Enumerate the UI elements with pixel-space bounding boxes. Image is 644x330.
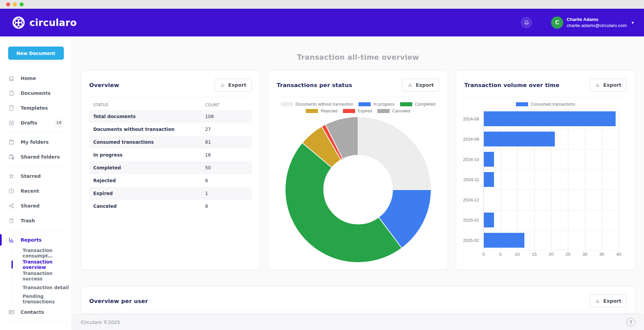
legend-swatch [281, 102, 293, 106]
export-button-per-user[interactable]: Export [590, 295, 627, 307]
divider [5, 230, 66, 230]
gridline [484, 250, 619, 250]
new-document-button[interactable]: New Document [8, 47, 64, 60]
sidebar-item-drafts[interactable]: Drafts 10 [0, 115, 72, 130]
export-button-overview[interactable]: Export [215, 79, 252, 91]
gridline [484, 210, 619, 210]
drafts-badge: 10 [54, 120, 64, 126]
table-row: Consumed transactions81 [89, 136, 252, 148]
export-button-per-status[interactable]: Export [402, 79, 439, 91]
row-count: 1 [201, 187, 252, 200]
download-icon [220, 83, 225, 88]
sidebar: New Document Home Documents Templates [0, 36, 72, 330]
bar-chart: 05101520253035402024-082024-092024-10202… [484, 109, 619, 250]
sidebar-subitem-transaction-success[interactable]: Transaction success [13, 270, 72, 282]
row-count: 108 [201, 110, 252, 123]
legend-item: Expired [343, 109, 372, 113]
gridline [484, 169, 619, 170]
sidebar-item-home[interactable]: Home [0, 71, 72, 86]
notifications-button[interactable] [521, 17, 532, 28]
overview-per-user-card: Overview per user Export [81, 286, 635, 314]
sidebar-subitem-transaction-detail[interactable]: Transaction detail [13, 282, 72, 293]
bar-category-label: 2024-12 [456, 190, 479, 210]
divider [277, 97, 439, 97]
minimize-window-button[interactable] [13, 2, 17, 6]
x-axis-tick: 10 [515, 252, 520, 257]
legend-swatch [400, 102, 412, 106]
sidebar-item-starred[interactable]: Starred [0, 169, 72, 184]
gridline [534, 109, 535, 250]
circularo-logo-icon [12, 16, 25, 29]
avatar: C [551, 17, 563, 29]
bell-icon [523, 20, 530, 26]
card-title: Overview [89, 82, 119, 88]
bar-2025-01 [484, 213, 494, 227]
bar-category-label: 2024-09 [456, 129, 479, 149]
row-status: Completed [89, 161, 201, 174]
download-icon [595, 83, 600, 88]
bar-category-label: 2025-02 [456, 230, 479, 250]
sidebar-item-trash[interactable]: Trash [0, 213, 72, 228]
close-window-button[interactable] [6, 2, 10, 6]
help-button[interactable]: ? [626, 318, 635, 327]
divider [89, 97, 252, 97]
row-count: 6 [201, 174, 252, 187]
export-button-volume[interactable]: Export [590, 79, 627, 91]
sidebar-subitem-transaction-overview[interactable]: Transaction overview [13, 259, 72, 270]
gridline [568, 109, 568, 250]
sidebar-subitem-transaction-consumption[interactable]: Transaction consumpt… [13, 247, 72, 259]
shared-folder-icon [8, 154, 15, 160]
app-header: circularo C Charlie Adams charlie.adams@… [0, 9, 644, 36]
legend-item: Canceled [377, 109, 410, 113]
brand[interactable]: circularo [12, 16, 77, 29]
bar-2024-08 [484, 111, 616, 126]
sidebar-item-shared-folders[interactable]: Shared folders [0, 149, 72, 164]
row-count: 16 [201, 148, 252, 161]
fullscreen-window-button[interactable] [20, 2, 24, 6]
sidebar-item-documents[interactable]: Documents [0, 86, 72, 101]
bar-legend: Consumed transactions [460, 102, 631, 107]
x-axis-tick: 0 [482, 252, 485, 257]
clock-icon [8, 188, 15, 194]
gridline [551, 109, 551, 250]
legend-item: Documents without transaction [281, 102, 353, 107]
table-row: Rejected6 [89, 174, 252, 187]
donut-legend-row-2: RejectedExpiredCanceled [272, 109, 444, 113]
user-menu[interactable]: C Charlie Adams charlie.adams@circularo.… [551, 17, 635, 29]
divider [5, 166, 66, 167]
gridline [484, 230, 619, 230]
sidebar-subitem-pending-transactions[interactable]: Pending transactions [13, 293, 72, 305]
header-actions: C Charlie Adams charlie.adams@circularo.… [521, 17, 635, 29]
sidebar-item-recent[interactable]: Recent [0, 184, 72, 198]
x-axis-tick: 35 [599, 252, 604, 257]
sidebar-item-contacts[interactable]: Contacts [0, 305, 72, 320]
card-title: Overview per user [89, 298, 148, 304]
sidebar-item-templates[interactable]: Templates [0, 101, 72, 115]
legend-item: Consumed transactions [516, 102, 575, 107]
column-header-count: COUNT [201, 100, 252, 110]
clipboard-icon [8, 105, 15, 111]
legend-swatch [516, 102, 528, 106]
question-icon: ? [629, 320, 633, 325]
sidebar-item-reports[interactable]: Reports [0, 232, 72, 247]
footer: Circularo ©2025 ? [72, 314, 644, 330]
table-row: In progress16 [89, 148, 252, 161]
legend-item: Rejected [306, 109, 337, 113]
legend-label: Rejected [321, 109, 337, 113]
bar-category-label: 2025-01 [456, 210, 479, 230]
user-name: Charlie Adams [567, 17, 627, 23]
overview-table: STATUS COUNT Total documents108 Document… [89, 100, 252, 213]
sidebar-item-shared[interactable]: Shared [0, 198, 72, 213]
bar-2025-02 [484, 233, 524, 248]
download-icon [595, 299, 600, 304]
transaction-volume-card: Transaction volume over time Export Cons… [456, 70, 635, 270]
bar-2024-11 [484, 172, 494, 187]
x-axis-tick: 20 [549, 252, 553, 257]
bar-category-label: 2024-08 [456, 109, 479, 129]
row-count: 8 [201, 200, 252, 213]
gridline [484, 149, 619, 149]
divider [89, 310, 627, 310]
trash-icon [8, 217, 15, 224]
sidebar-item-my-folders[interactable]: My folders [0, 135, 72, 149]
row-status: Total documents [89, 110, 201, 123]
